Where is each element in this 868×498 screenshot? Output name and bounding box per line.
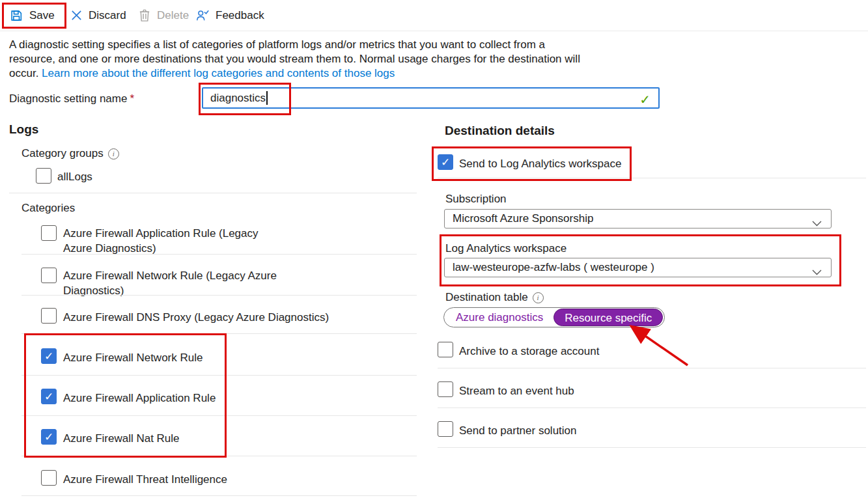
checkbox-category-label: Azure Firewall Application Rule (Legacy …	[63, 226, 288, 256]
divider	[21, 415, 417, 416]
checkbox-stream-event-hub-label: Stream to an event hub	[459, 383, 574, 398]
delete-button[interactable]: Delete	[138, 0, 189, 31]
workspace-label: Log Analytics workspace	[445, 242, 567, 255]
divider	[21, 456, 417, 456]
toggle-option-azure-diagnostics[interactable]: Azure diagnostics	[445, 309, 553, 326]
divider	[21, 295, 417, 296]
chevron-down-icon	[812, 217, 822, 230]
destination-table-info-icon[interactable]: i	[533, 292, 544, 303]
name-field-label: Diagnostic setting name*	[9, 92, 134, 105]
subscription-label: Subscription	[445, 193, 507, 206]
subscription-value: Microsoft Azure Sponsorship	[453, 212, 593, 225]
divider	[438, 408, 866, 408]
checkbox-partner-solution[interactable]	[438, 421, 453, 437]
diagnostic-setting-page: Save Discard Delete	[0, 0, 868, 498]
text-cursor	[266, 91, 268, 105]
trash-icon	[138, 8, 151, 22]
divider	[438, 447, 866, 448]
checkbox-alllogs-label: allLogs	[57, 169, 92, 184]
discard-button[interactable]: Discard	[70, 0, 126, 31]
checkbox-alllogs[interactable]	[36, 168, 51, 184]
category-groups-label: Category groups i	[21, 147, 119, 160]
categories-label: Categories	[21, 202, 75, 215]
checkbox-partner-solution-label: Send to partner solution	[459, 423, 577, 438]
chevron-down-icon	[812, 266, 822, 279]
toggle-option-resource-specific[interactable]: Resource specific	[553, 309, 663, 326]
feedback-label: Feedback	[216, 9, 264, 22]
intro-text: A diagnostic setting specifies a list of…	[9, 38, 583, 81]
destination-details-heading: Destination details	[445, 124, 555, 138]
workspace-value: law-westeurope-azfw-labs ( westeurope )	[453, 261, 654, 274]
divider	[438, 368, 866, 368]
checkbox-category[interactable]	[41, 268, 57, 283]
checkbox-category-label: Azure Firewall DNS Proxy (Legacy Azure D…	[63, 310, 402, 325]
feedback-person-icon	[195, 8, 210, 23]
diagnostic-name-input[interactable]: diagnostics ✓	[202, 87, 660, 109]
delete-label: Delete	[157, 9, 189, 22]
required-asterisk: *	[130, 92, 134, 105]
divider	[9, 193, 417, 193]
name-field-label-text: Diagnostic setting name	[9, 92, 127, 105]
category-groups-label-text: Category groups	[21, 147, 104, 160]
checkbox-category[interactable]	[41, 389, 57, 404]
learn-more-link[interactable]: Learn more about the different log categ…	[42, 67, 395, 79]
checkbox-stream-event-hub[interactable]	[438, 381, 453, 397]
discard-label: Discard	[89, 9, 126, 22]
save-button[interactable]: Save	[9, 0, 55, 31]
subscription-dropdown[interactable]: Microsoft Azure Sponsorship	[444, 209, 832, 228]
checkbox-category-label: Azure Firewall Application Rule	[63, 391, 402, 406]
checkbox-category-label: Azure Firewall Network Rule (Legacy Azur…	[63, 268, 288, 298]
workspace-dropdown[interactable]: law-westeurope-azfw-labs ( westeurope )	[444, 258, 832, 277]
checkbox-category[interactable]	[41, 308, 57, 324]
checkbox-category-label: Azure Firewall Network Rule	[63, 350, 402, 365]
category-groups-info-icon[interactable]: i	[108, 148, 119, 159]
checkbox-archive-storage[interactable]	[438, 342, 453, 357]
valid-check-icon: ✓	[639, 92, 651, 107]
destination-table-toggle: Azure diagnostics Resource specific	[443, 307, 665, 327]
checkbox-archive-storage-label: Archive to a storage account	[459, 344, 599, 359]
destination-table-label: Destination table i	[445, 291, 544, 304]
checkbox-category[interactable]	[41, 225, 57, 241]
checkbox-category[interactable]	[41, 470, 57, 486]
checkbox-category[interactable]	[41, 429, 57, 445]
divider	[21, 254, 417, 255]
checkbox-send-to-log-analytics[interactable]	[438, 154, 453, 170]
logs-heading: Logs	[9, 122, 38, 137]
checkbox-category-label: Azure Firewall Nat Rule	[63, 431, 402, 446]
checkbox-category-label: Azure Firewall Threat Intelligence	[63, 472, 402, 487]
divider	[438, 178, 866, 178]
checkbox-category[interactable]	[41, 348, 57, 364]
save-label: Save	[29, 9, 55, 22]
divider	[21, 375, 417, 376]
divider	[21, 495, 417, 496]
diagnostic-name-value: diagnostics	[210, 92, 266, 105]
destination-table-label-text: Destination table	[445, 291, 528, 304]
divider	[21, 333, 417, 334]
save-icon	[9, 8, 23, 23]
discard-x-icon	[70, 9, 83, 21]
checkbox-send-to-log-analytics-label: Send to Log Analytics workspace	[459, 156, 621, 171]
command-bar: Save Discard Delete	[0, 0, 868, 31]
feedback-button[interactable]: Feedback	[195, 0, 264, 31]
